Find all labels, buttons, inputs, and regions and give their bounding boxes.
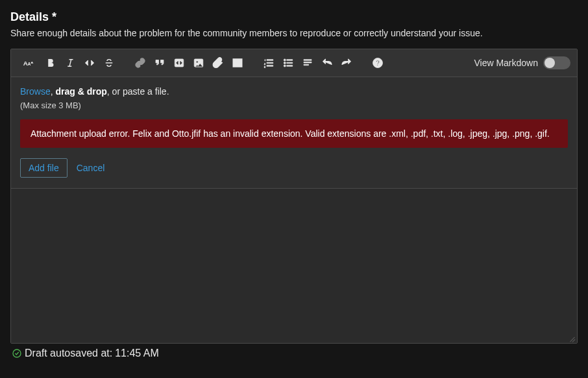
unordered-list-icon[interactable] (280, 54, 297, 71)
view-markdown-label: View Markdown (474, 58, 538, 68)
quote-icon[interactable] (151, 54, 168, 71)
code-block-icon[interactable] (171, 54, 188, 71)
font-size-icon[interactable]: AA (18, 54, 40, 71)
ordered-list-icon[interactable] (260, 54, 277, 71)
svg-point-6 (284, 59, 286, 61)
editor-toolbar: AA (11, 49, 577, 77)
table-icon[interactable] (229, 54, 246, 71)
toggle-switch[interactable] (543, 56, 570, 69)
svg-point-8 (284, 65, 286, 67)
section-subtitle: Share enough details about the problem f… (10, 28, 578, 38)
code-icon[interactable] (81, 54, 98, 71)
autosave-prefix: Draft autosaved at: (25, 348, 112, 359)
attachment-instructions: Browse, drag & drop, or paste a file. (20, 86, 568, 97)
drag-drop-text: drag & drop (55, 86, 106, 97)
resize-handle-icon[interactable] (568, 334, 576, 342)
svg-text:?: ? (376, 59, 380, 67)
section-title: Details * (10, 10, 578, 24)
svg-point-11 (13, 349, 21, 357)
autosave-status: Draft autosaved at: 11:45 AM (10, 344, 578, 359)
autosave-time: 11:45 AM (115, 348, 159, 359)
attachment-area: Browse, drag & drop, or paste a file. (M… (11, 77, 577, 189)
undo-icon[interactable] (319, 54, 336, 71)
browse-link[interactable]: Browse (20, 86, 51, 97)
error-banner: Attachment upload error. Felix and Otto.… (20, 119, 568, 148)
redo-icon[interactable] (338, 54, 355, 71)
max-size-text: (Max size 3 MB) (20, 100, 568, 110)
italic-icon[interactable] (62, 54, 79, 71)
svg-text:A: A (28, 62, 31, 66)
strikethrough-icon[interactable] (101, 54, 117, 71)
paragraph-icon[interactable] (299, 54, 316, 71)
help-icon[interactable]: ? (369, 54, 386, 71)
view-markdown-toggle[interactable]: View Markdown (474, 56, 570, 69)
svg-point-4 (196, 61, 198, 63)
add-file-button[interactable]: Add file (20, 158, 67, 178)
attachment-rest-text: , or paste a file. (107, 86, 169, 97)
svg-rect-5 (233, 59, 242, 67)
cancel-button[interactable]: Cancel (77, 163, 105, 173)
check-circle-icon (12, 348, 22, 359)
editor-card: AA (10, 49, 578, 344)
svg-point-7 (284, 62, 286, 64)
attachment-icon[interactable] (210, 54, 227, 71)
link-icon[interactable] (132, 54, 149, 71)
image-icon[interactable] (190, 54, 207, 71)
editor-textarea[interactable] (11, 189, 577, 343)
bold-icon[interactable] (42, 54, 59, 71)
svg-text:A: A (23, 60, 28, 67)
